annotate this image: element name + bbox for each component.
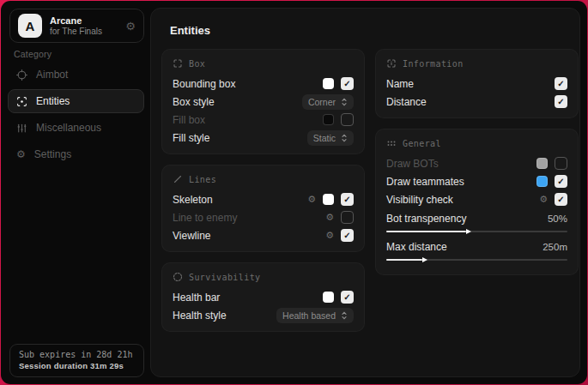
- viewline-row: Viewline ⚙ ✓: [173, 226, 354, 244]
- bot-transparency-slider[interactable]: [386, 231, 567, 232]
- distance-checkbox[interactable]: ✓: [555, 95, 567, 108]
- viewline-checkbox[interactable]: ✓: [341, 229, 354, 242]
- box-select-icon: [173, 58, 183, 69]
- sidebar-nav: Aimbot Entities Miscellaneous ⚙ Settings: [8, 63, 144, 169]
- lines-card-header: Lines: [173, 174, 354, 184]
- left-column: Box Bounding box ✓ Box style Corn: [161, 49, 365, 332]
- check-icon: ✓: [557, 98, 564, 106]
- page-title: Entities: [170, 24, 569, 37]
- right-column: Information Name ✓ Distance ✓: [375, 49, 579, 275]
- general-header-label: General: [403, 139, 441, 148]
- fill-box-label: Fill box: [173, 114, 205, 126]
- general-card-header: General: [386, 138, 567, 148]
- lines-header-label: Lines: [189, 175, 216, 184]
- brand-text: Arcane for The Finals: [50, 15, 118, 36]
- line-to-enemy-row: Line to enemy ⚙ ✓: [173, 208, 354, 226]
- visibility-check-settings-gear-icon[interactable]: ⚙: [539, 195, 548, 204]
- diagonal-line-icon: [173, 174, 183, 184]
- survivability-header-label: Survivability: [189, 273, 260, 282]
- slider-thumb[interactable]: [466, 229, 471, 234]
- fill-style-row: Fill style Static: [173, 129, 354, 147]
- distance-row: Distance ✓: [386, 93, 567, 111]
- sliders-icon: [16, 123, 27, 134]
- draw-bots-row: Draw BOTs ✓: [386, 154, 567, 172]
- subscription-status-card: Sub expires in 28d 21h Session duration …: [9, 344, 144, 377]
- slider-fill: [386, 231, 466, 232]
- slider-thumb[interactable]: [422, 257, 427, 262]
- visibility-check-row: Visibility check ⚙ ✓: [386, 190, 567, 208]
- bounding-box-color-swatch[interactable]: [323, 78, 334, 89]
- health-style-dropdown[interactable]: Health based: [276, 308, 354, 323]
- draw-teammates-label: Draw teammates: [386, 176, 464, 188]
- lines-card: Lines Skeleton ⚙ ✓ Line to enemy ⚙: [161, 165, 365, 252]
- settings-gear-icon[interactable]: ⚙: [125, 21, 136, 32]
- skeleton-color-swatch[interactable]: [323, 194, 334, 205]
- draw-bots-color-swatch[interactable]: [536, 158, 548, 169]
- bounding-box-checkbox[interactable]: ✓: [341, 77, 354, 90]
- sidebar: A Arcane for The Finals ⚙ Category Aimbo…: [1, 1, 149, 384]
- check-icon: ✓: [557, 177, 564, 186]
- box-style-label: Box style: [173, 96, 215, 108]
- sidebar-item-miscellaneous[interactable]: Miscellaneous: [8, 116, 144, 140]
- crosshair-icon: [16, 69, 27, 81]
- box-style-row: Box style Corner: [173, 93, 354, 111]
- check-icon: ✓: [343, 293, 350, 302]
- box-header-label: Box: [189, 59, 205, 69]
- brand-card: A Arcane for The Finals ⚙: [9, 9, 144, 43]
- sidebar-item-label: Settings: [34, 148, 71, 160]
- draw-teammates-color-swatch[interactable]: [536, 176, 548, 187]
- fill-style-dropdown[interactable]: Static: [307, 130, 354, 146]
- sidebar-item-settings[interactable]: ⚙ Settings: [8, 142, 144, 166]
- draw-bots-checkbox[interactable]: ✓: [555, 157, 567, 170]
- health-bar-checkbox[interactable]: ✓: [341, 291, 354, 304]
- dashed-circle-icon: [173, 272, 183, 282]
- line-to-enemy-checkbox[interactable]: ✓: [341, 211, 354, 224]
- sub-expiry-text: Sub expires in 28d 21h: [19, 350, 135, 359]
- check-icon: ✓: [343, 80, 350, 88]
- viewline-settings-gear-icon[interactable]: ⚙: [325, 231, 334, 240]
- fill-box-color-swatch[interactable]: [323, 114, 334, 125]
- survivability-card-header: Survivability: [173, 272, 354, 282]
- health-bar-row: Health bar ✓: [173, 288, 354, 306]
- draw-teammates-row: Draw teammates ✓: [386, 172, 567, 190]
- visibility-check-checkbox[interactable]: ✓: [555, 193, 567, 206]
- max-distance-label: Max distance: [386, 241, 447, 253]
- sidebar-item-aimbot[interactable]: Aimbot: [8, 63, 144, 87]
- line-to-enemy-settings-gear-icon[interactable]: ⚙: [325, 213, 334, 222]
- sidebar-item-entities[interactable]: Entities: [8, 89, 144, 113]
- chevrons-up-down-icon: [341, 311, 348, 320]
- health-bar-label: Health bar: [173, 292, 220, 304]
- check-icon: ✓: [343, 196, 350, 204]
- grid-dots-icon: [386, 138, 397, 148]
- box-card-header: Box: [173, 58, 354, 69]
- category-label: Category: [14, 49, 52, 59]
- fill-box-row: Fill box ✓: [173, 111, 354, 129]
- skeleton-settings-gear-icon[interactable]: ⚙: [307, 195, 316, 204]
- skeleton-label: Skeleton: [173, 194, 213, 206]
- main-panel: Entities Box Bounding box ✓: [150, 8, 580, 377]
- fill-style-value: Static: [313, 133, 336, 143]
- skeleton-checkbox[interactable]: ✓: [341, 193, 354, 206]
- survivability-card: Survivability Health bar ✓ Health style: [161, 262, 365, 332]
- bot-transparency-value: 50%: [548, 214, 567, 224]
- health-bar-color-swatch[interactable]: [323, 292, 334, 303]
- information-header-label: Information: [403, 59, 464, 69]
- session-duration-text: Session duration 31m 29s: [19, 361, 135, 370]
- slider-fill: [386, 259, 422, 261]
- sidebar-item-label: Entities: [36, 95, 70, 107]
- general-card: General Draw BOTs ✓ Draw teammates: [375, 129, 579, 275]
- max-distance-slider[interactable]: [386, 259, 567, 261]
- box-style-dropdown[interactable]: Corner: [302, 94, 354, 110]
- health-style-row: Health style Health based: [173, 306, 354, 324]
- name-checkbox[interactable]: ✓: [555, 77, 567, 90]
- fill-box-checkbox[interactable]: ✓: [341, 113, 354, 126]
- information-card: Information Name ✓ Distance ✓: [375, 49, 579, 118]
- draw-teammates-checkbox[interactable]: ✓: [555, 175, 567, 188]
- max-distance-slider-block: Max distance 250m: [386, 239, 567, 261]
- fill-style-label: Fill style: [173, 132, 209, 144]
- sidebar-item-label: Aimbot: [36, 69, 68, 81]
- skeleton-row: Skeleton ⚙ ✓: [173, 190, 354, 208]
- name-label: Name: [386, 78, 414, 90]
- draw-bots-label: Draw BOTs: [386, 158, 439, 170]
- gear-icon: ⚙: [16, 149, 26, 159]
